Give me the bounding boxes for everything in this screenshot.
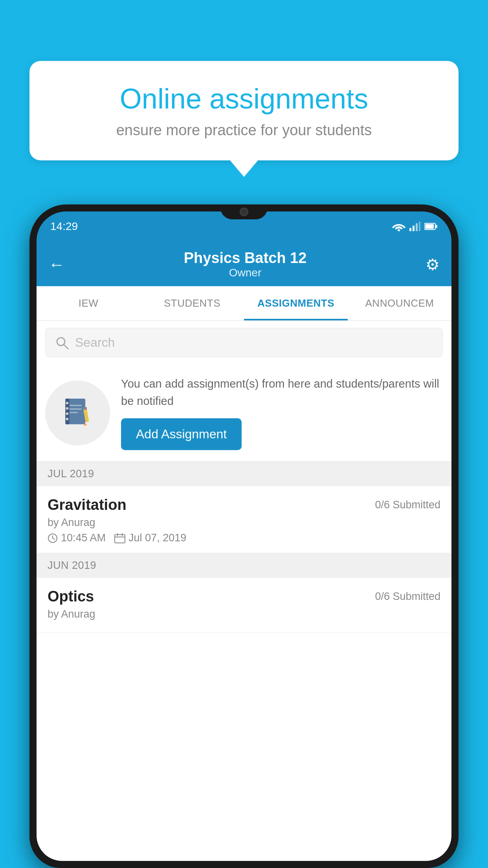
tabs-container: IEW STUDENTS ASSIGNMENTS ANNOUNCEM <box>37 286 451 321</box>
assignment-time-meta: 10:45 AM <box>48 532 106 544</box>
back-button[interactable]: ← <box>48 255 65 274</box>
clock-icon <box>48 533 58 543</box>
month-separator-jun: JUN 2019 <box>37 553 451 578</box>
assignment-top-row: Gravitation 0/6 Submitted <box>48 497 440 513</box>
assignment-meta: 10:45 AM Jul 07, 2019 <box>48 532 440 544</box>
header-title: Physics Batch 12 <box>184 250 307 267</box>
svg-rect-4 <box>419 222 420 231</box>
header-owner-label: Owner <box>184 267 307 279</box>
wifi-icon <box>392 222 405 231</box>
search-bar[interactable]: Search <box>45 328 443 357</box>
svg-point-18 <box>66 417 68 420</box>
assignment-by-optics: by Anurag <box>48 608 440 620</box>
camera <box>240 208 248 216</box>
svg-rect-2 <box>413 226 415 231</box>
bubble-subtitle: ensure more practice for your students <box>55 122 433 139</box>
svg-point-15 <box>66 402 68 405</box>
assignment-item-gravitation[interactable]: Gravitation 0/6 Submitted by Anurag 10:4… <box>37 486 451 553</box>
tab-students[interactable]: STUDENTS <box>140 286 244 320</box>
svg-rect-11 <box>69 405 82 406</box>
header-center: Physics Batch 12 Owner <box>184 250 307 279</box>
phone-notch <box>220 204 268 219</box>
notebook-icon <box>60 395 95 430</box>
assignment-item-optics[interactable]: Optics 0/6 Submitted by Anurag <box>37 578 451 633</box>
assignment-submitted-count: 0/6 Submitted <box>375 499 440 511</box>
assignment-submitted-count-optics: 0/6 Submitted <box>375 590 440 603</box>
phone-screen: ← Physics Batch 12 Owner ⚙ IEW STUDENTS … <box>37 241 451 861</box>
assignment-date-meta: Jul 07, 2019 <box>114 532 186 544</box>
svg-line-24 <box>53 538 55 539</box>
calendar-icon <box>114 533 125 543</box>
assignment-title-optics: Optics <box>48 588 94 605</box>
info-card: You can add assignment(s) from here and … <box>37 364 451 462</box>
bubble-title: Online assignments <box>55 83 433 115</box>
svg-point-16 <box>66 407 68 410</box>
assignment-date: Jul 07, 2019 <box>128 532 186 544</box>
tab-assignments[interactable]: ASSIGNMENTS <box>244 286 348 320</box>
status-icons <box>392 222 438 231</box>
svg-line-9 <box>64 345 68 349</box>
svg-point-0 <box>398 229 400 231</box>
svg-rect-3 <box>416 223 418 231</box>
svg-rect-12 <box>69 408 82 410</box>
notebook-icon-container <box>45 381 110 445</box>
app-header: ← Physics Batch 12 Owner ⚙ <box>37 241 451 286</box>
svg-point-17 <box>66 412 68 415</box>
promo-section: Online assignments ensure more practice … <box>29 61 459 160</box>
settings-button[interactable]: ⚙ <box>426 256 440 274</box>
assignment-time: 10:45 AM <box>61 532 106 544</box>
tab-announcements[interactable]: ANNOUNCEM <box>348 286 451 320</box>
phone-frame: 14:29 ← <box>29 204 459 868</box>
info-text-area: You can add assignment(s) from here and … <box>121 375 443 450</box>
search-placeholder: Search <box>75 335 115 350</box>
search-container: Search <box>37 321 451 364</box>
status-time: 14:29 <box>50 220 78 233</box>
assignment-top-row-optics: Optics 0/6 Submitted <box>48 588 440 605</box>
month-separator-jul: JUL 2019 <box>37 462 451 486</box>
battery-icon <box>424 223 438 230</box>
assignment-by: by Anurag <box>48 517 440 529</box>
svg-rect-6 <box>425 224 434 229</box>
assignment-title: Gravitation <box>48 497 127 513</box>
svg-rect-7 <box>436 225 437 228</box>
add-assignment-button[interactable]: Add Assignment <box>121 418 242 450</box>
search-icon <box>55 336 69 349</box>
speech-bubble: Online assignments ensure more practice … <box>29 61 459 160</box>
svg-rect-1 <box>409 228 411 231</box>
tab-overview[interactable]: IEW <box>37 286 140 320</box>
svg-rect-13 <box>69 412 78 413</box>
info-description: You can add assignment(s) from here and … <box>121 375 443 410</box>
svg-rect-25 <box>115 535 125 543</box>
signal-icon <box>409 222 420 231</box>
